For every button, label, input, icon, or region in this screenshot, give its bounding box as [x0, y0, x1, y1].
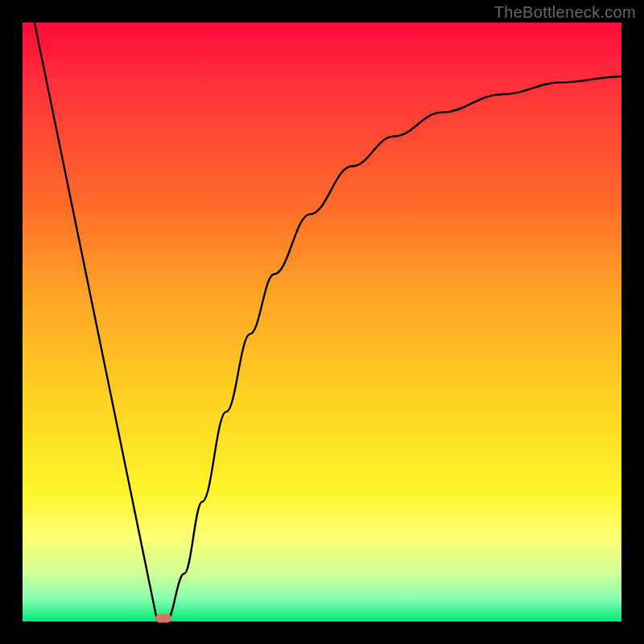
watermark-text: TheBottleneck.com: [494, 3, 636, 22]
bottleneck-curve: [23, 23, 621, 621]
minimum-marker: [155, 614, 171, 623]
chart-plot-area: [23, 23, 621, 621]
